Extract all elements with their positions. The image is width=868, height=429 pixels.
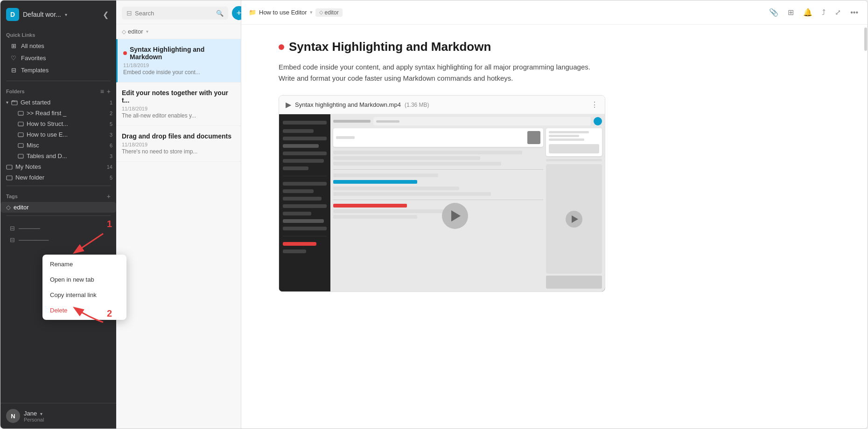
mock-sidebar-item [283, 166, 308, 170]
folder-misc-name: Misc [27, 142, 39, 149]
video-mock-content [279, 114, 605, 291]
folder-how-to-use-count: 3 [110, 132, 112, 138]
mock-sidebar-item [283, 219, 324, 223]
trash-section: ⊟ ───── ⊟ ─────── [0, 219, 116, 248]
attachment-icon[interactable]: 📎 [767, 6, 780, 19]
mock-main-area [333, 128, 602, 289]
folder-get-started[interactable]: ▾ Get started 1 [0, 97, 116, 108]
note-meta-2: 11/18/2019 [122, 142, 235, 147]
folders-header: Folders ≡ + [0, 84, 116, 97]
context-menu-open-new-tab[interactable]: Open in new tab [42, 272, 126, 287]
user-plan: Personal [24, 417, 44, 422]
scrollbar-thumb[interactable] [864, 28, 867, 51]
folders-actions: ≡ + [100, 88, 111, 95]
folder-misc-count: 6 [110, 143, 112, 148]
collapse-sidebar-button[interactable]: ❮ [101, 8, 111, 21]
context-menu-delete[interactable]: Delete [42, 303, 126, 318]
search-icon[interactable]: 🔍 [216, 10, 224, 17]
mock-play-btn[interactable] [566, 211, 582, 228]
notes-list-panel: ⊟ 🔍 + ◇ editor ▾ Syntax Highlighting and… [116, 0, 241, 429]
breadcrumb-dropdown-icon[interactable]: ▾ [310, 9, 313, 15]
mock-right-bar [549, 138, 584, 141]
mock-search-text [376, 120, 399, 123]
folders-title: Folders [6, 89, 25, 94]
folder-my-notes-name: My Notes [15, 163, 41, 170]
notes-list-header: ⊟ 🔍 + [116, 0, 241, 24]
mock-bar [333, 187, 459, 190]
subfolder-icon-3 [17, 131, 24, 138]
search-input[interactable] [135, 10, 213, 17]
mock-bar-red [333, 204, 407, 208]
trash-item-1[interactable]: ⊟ ───── [6, 222, 111, 234]
mock-list [333, 128, 543, 289]
folder-tables[interactable]: Tables and D... 3 [0, 151, 116, 161]
context-menu-rename[interactable]: Rename [42, 256, 126, 272]
mock-content-area [330, 114, 605, 291]
scrollbar[interactable] [864, 25, 868, 429]
video-size: (1.36 MB) [405, 102, 429, 108]
workspace-button[interactable]: D Default wor... ▾ [6, 8, 101, 21]
trash-item-2[interactable]: ⊟ ─────── [6, 234, 111, 246]
sidebar-item-favorites[interactable]: ♡ Favorites [6, 52, 111, 64]
note-meta-1: 11/18/2019 [122, 106, 235, 111]
filter-icon[interactable]: ⊟ [126, 9, 132, 17]
sidebar-item-all-notes[interactable]: ⊞ All notes [6, 40, 111, 52]
mock-bar [333, 209, 449, 213]
mock-sidebar-item [283, 249, 306, 253]
mock-divider [283, 176, 327, 176]
mock-bar-accent [333, 180, 417, 184]
mock-sidebar-item [283, 242, 316, 246]
folder-read-first[interactable]: >> Read first _ 2 [0, 108, 116, 118]
tag-badge: ◇ editor [315, 8, 343, 17]
mock-sidebar-item [283, 137, 327, 140]
folder-misc[interactable]: Misc 6 [0, 140, 116, 151]
folder-new-folder[interactable]: New folder 5 [0, 172, 116, 183]
sidebar-item-templates[interactable]: ⊟ Templates [6, 64, 111, 76]
folder-how-to-use[interactable]: How to use E... 3 [0, 129, 116, 140]
note-item-0[interactable]: Syntax Highlighting and Markdown 11/18/2… [116, 39, 241, 83]
folder-how-to-struct[interactable]: How to Struct... 5 [0, 118, 116, 129]
subfolder-icon-4 [17, 142, 24, 149]
mock-right-image [549, 144, 599, 153]
grid-view-icon[interactable]: ⊞ [786, 6, 796, 19]
mock-header [333, 117, 602, 125]
main-content: 📁 How to use Editor ▾ ◇ editor 📎 ⊞ 🔔 ⤴ ⤢… [241, 0, 868, 429]
folders-list-icon[interactable]: ≡ [100, 88, 104, 95]
note-title-text-2: Drag and drop files and documents [122, 132, 231, 140]
mock-sidebar-item [283, 197, 322, 201]
video-more-icon[interactable]: ⋮ [591, 100, 598, 109]
folder-my-notes[interactable]: My Notes 14 [0, 161, 116, 172]
note-item-2[interactable]: Drag and drop files and documents 11/18/… [116, 126, 241, 162]
video-play-button[interactable] [442, 203, 468, 229]
breadcrumb: 📁 How to use Editor ▾ ◇ editor [249, 8, 763, 17]
tag-item-editor[interactable]: ◇ editor [0, 202, 116, 213]
expand-icon[interactable]: ⤢ [833, 6, 843, 19]
video-file-icon: ▶ [286, 100, 291, 109]
divider-2 [6, 186, 111, 186]
mock-sidebar-item [283, 212, 311, 215]
folders-add-icon[interactable]: + [107, 88, 111, 95]
share-icon[interactable]: ⤴ [820, 7, 827, 19]
tags-header: Tags + [0, 189, 116, 202]
mock-divider [283, 236, 327, 236]
workspace-avatar: D [6, 8, 19, 21]
context-menu-copy-link[interactable]: Copy internal link [42, 287, 126, 303]
folder-tables-count: 3 [110, 153, 112, 159]
play-triangle-icon [572, 215, 578, 223]
svg-rect-3 [18, 133, 23, 137]
note-item-1[interactable]: Edit your notes together with your t... … [116, 83, 241, 126]
tags-title: Tags [6, 194, 18, 199]
svg-rect-4 [18, 144, 23, 147]
tag-badge-name: editor [325, 9, 339, 16]
tags-add-icon[interactable]: + [107, 193, 111, 200]
note-title-0: Syntax Highlighting and Markdown [123, 46, 235, 61]
svg-rect-1 [18, 111, 23, 115]
bell-icon[interactable]: 🔔 [801, 6, 814, 19]
search-box[interactable]: ⊟ 🔍 [122, 7, 228, 20]
tag-editor-label: editor [14, 204, 29, 211]
more-options-icon[interactable]: ••• [848, 7, 860, 19]
mock-sidebar-item [283, 182, 327, 186]
breadcrumb-note-name: How to use Editor [259, 9, 307, 16]
note-title-1: Edit your notes together with your t... [122, 89, 235, 104]
sidebar-item-all-notes-label: All notes [21, 42, 44, 49]
